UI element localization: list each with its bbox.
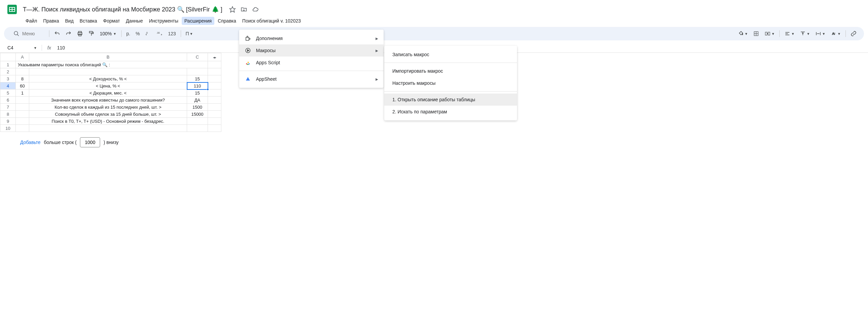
zoom-select[interactable]: 100%▼ xyxy=(98,31,119,36)
row-header[interactable]: 8 xyxy=(0,111,16,118)
selected-cell[interactable]: 110 xyxy=(187,82,208,89)
paint-format-button[interactable] xyxy=(86,29,96,38)
row-header[interactable]: 6 xyxy=(0,97,16,104)
row-header[interactable]: 1 xyxy=(0,61,16,68)
print-button[interactable] xyxy=(75,29,85,38)
cell[interactable]: 1 xyxy=(16,89,29,97)
svg-point-29 xyxy=(248,61,249,63)
menu-item-macro-2[interactable]: 2. Искать по параметрам xyxy=(384,106,517,118)
font-select[interactable]: П▼ xyxy=(184,30,195,38)
cell[interactable]: < Цена, % < xyxy=(29,82,187,89)
cell[interactable]: Кол-во сделок в каждый из 15 последних д… xyxy=(29,104,187,111)
menu-item-label: Apps Script xyxy=(256,60,378,65)
menu-edit[interactable]: Правка xyxy=(40,17,61,25)
row-header[interactable]: 10 xyxy=(0,125,16,132)
cell[interactable]: ДА xyxy=(187,97,208,104)
cell[interactable]: 1500 xyxy=(187,104,208,111)
undo-button[interactable] xyxy=(52,29,62,38)
star-icon[interactable] xyxy=(229,6,236,13)
number-format-button[interactable]: 123 xyxy=(166,30,178,38)
row-header[interactable]: 5 xyxy=(0,89,16,97)
menu-help[interactable]: Справка xyxy=(215,17,239,25)
fx-icon: fx xyxy=(45,45,54,51)
menu-item-macro-1[interactable]: 1. Открыть описание работы таблицы xyxy=(384,93,517,106)
menu-file[interactable]: Файл xyxy=(23,17,40,25)
text-wrap-button[interactable]: ▼ xyxy=(813,29,827,38)
name-box[interactable]: C4▼ xyxy=(5,45,39,51)
cell[interactable]: < Дюрация, мес. < xyxy=(29,89,187,97)
menu-item-label: Записать макрос xyxy=(392,52,512,57)
col-header-b[interactable]: B xyxy=(29,53,187,61)
menu-item-import-macro[interactable]: Импортировать макрос xyxy=(384,65,517,77)
add-rows-label-before: больше строк ( xyxy=(44,140,77,145)
row-header[interactable]: 7 xyxy=(0,104,16,111)
select-all-corner[interactable] xyxy=(0,53,16,61)
col-header-a[interactable]: A xyxy=(16,53,29,61)
menu-item-addons[interactable]: Дополнения ▶ xyxy=(239,32,383,45)
fill-handle[interactable] xyxy=(207,88,209,90)
borders-button[interactable] xyxy=(751,29,761,38)
svg-text:.00: .00 xyxy=(157,32,160,34)
cell[interactable]: Поиск в Т0, T+, T+ (USD) - Основной режи… xyxy=(29,118,187,125)
menu-data[interactable]: Данные xyxy=(123,17,146,25)
currency-button[interactable]: р. xyxy=(124,30,132,38)
search-input[interactable] xyxy=(22,31,42,36)
svg-text:.0: .0 xyxy=(146,31,148,34)
text-rotation-button[interactable]: A▼ xyxy=(829,29,843,38)
move-folder-icon[interactable] xyxy=(241,6,247,13)
svg-line-6 xyxy=(17,34,19,36)
row-header[interactable]: 9 xyxy=(0,118,16,125)
svg-point-5 xyxy=(14,31,18,35)
menu-item-appsheet[interactable]: AppSheet ▶ xyxy=(239,73,383,85)
insert-link-button[interactable] xyxy=(848,29,859,38)
menubar: Файл Правка Вид Вставка Формат Данные Ин… xyxy=(5,17,863,25)
svg-rect-16 xyxy=(766,32,767,35)
sheets-logo[interactable] xyxy=(5,3,19,16)
cell[interactable]: Значения всех купонов известны до самого… xyxy=(29,97,187,104)
col-header-c[interactable]: C xyxy=(187,53,208,61)
cell[interactable]: 15 xyxy=(187,89,208,97)
fill-color-button[interactable]: ▼ xyxy=(736,29,750,38)
cloud-status-icon[interactable] xyxy=(252,6,259,13)
increase-decimal-button[interactable]: .00 xyxy=(155,29,164,38)
svg-rect-10 xyxy=(89,31,92,33)
row-header[interactable]: 4 xyxy=(0,82,16,89)
cell[interactable]: Совокупный объем сделок за 15 дней больш… xyxy=(29,111,187,118)
add-rows-button[interactable]: Добавьте xyxy=(20,140,41,145)
add-rows-count-input[interactable] xyxy=(80,137,100,147)
svg-rect-25 xyxy=(246,37,249,40)
menu-item-macros[interactable]: Макросы ▶ xyxy=(239,45,383,56)
menu-tools[interactable]: Инструменты xyxy=(146,17,181,25)
cell[interactable]: 15000 xyxy=(187,111,208,118)
cell[interactable]: 15 xyxy=(187,75,208,82)
vertical-align-button[interactable]: ▼ xyxy=(798,29,812,38)
row-header[interactable]: 3 xyxy=(0,75,16,82)
menu-extensions[interactable]: Расширения xyxy=(182,17,214,25)
cell[interactable]: 60 xyxy=(16,82,29,89)
menu-search[interactable] xyxy=(9,29,46,38)
menu-item-record-macro[interactable]: Записать макрос xyxy=(384,49,517,60)
redo-button[interactable] xyxy=(63,29,73,38)
document-title[interactable]: Т—Ж. Поиск ликвидных облигаций на Мосбир… xyxy=(23,6,222,13)
row-header[interactable]: 2 xyxy=(0,68,16,75)
menu-insert[interactable]: Вставка xyxy=(77,17,100,25)
cell[interactable]: 8 xyxy=(16,75,29,82)
menu-item-label: Настроить макросы xyxy=(392,80,512,86)
merge-cells-button[interactable]: ▼ xyxy=(763,29,777,38)
hidden-columns-indicator[interactable]: ◂▸ xyxy=(208,53,221,61)
spreadsheet-grid[interactable]: A B C ◂▸ 1Указываем параметры поиска обл… xyxy=(0,53,221,132)
search-icon xyxy=(13,31,20,37)
menu-view[interactable]: Вид xyxy=(62,17,76,25)
percent-button[interactable]: % xyxy=(134,30,142,38)
cell[interactable]: Указываем параметры поиска облигаций 🔍 : xyxy=(16,61,208,68)
chevron-down-icon: ▼ xyxy=(113,32,117,36)
chevron-right-icon: ▶ xyxy=(376,49,378,53)
menu-custom[interactable]: Поиск облигаций v. 102023 xyxy=(240,17,303,25)
cell[interactable]: < Доходность, % < xyxy=(29,75,187,82)
menu-item-apps-script[interactable]: Apps Script xyxy=(239,56,383,69)
menu-format[interactable]: Формат xyxy=(100,17,123,25)
menu-item-configure-macros[interactable]: Настроить макросы xyxy=(384,77,517,89)
horizontal-align-button[interactable]: ▼ xyxy=(782,29,797,38)
decrease-decimal-button[interactable]: .0 xyxy=(143,29,153,38)
chevron-right-icon: ▶ xyxy=(376,77,378,81)
